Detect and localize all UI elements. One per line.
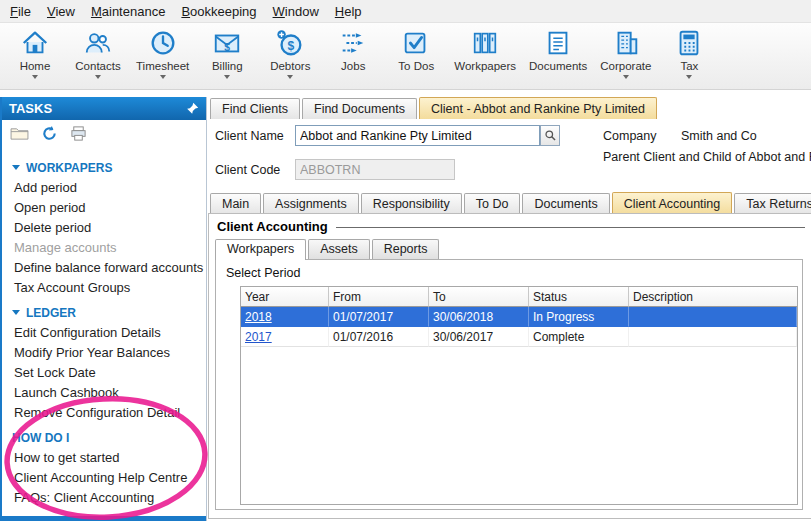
subtab-workpapers[interactable]: Workpapers [215,239,306,260]
svg-text:$: $ [224,42,230,53]
task-edit-configuration-details[interactable]: Edit Configuration Details [12,322,206,342]
refresh-icon[interactable] [41,125,58,142]
task-faqs-client-accounting[interactable]: FAQs: Client Accounting [12,487,206,507]
jobs-plan-icon [337,27,369,59]
toolbar-button-documents[interactable]: Documents [529,26,587,89]
menu-help[interactable]: Help [327,1,370,22]
table-row-2017[interactable]: 2017 01/07/2016 30/06/2017 Complete [241,327,797,347]
tab-client-abbot-and-rankine[interactable]: Client - Abbot and Rankine Pty Limited [419,97,657,119]
task-manage-accounts: Manage accounts [12,237,206,257]
cell-status: Complete [529,327,629,347]
menu-window[interactable]: Window [265,1,327,22]
tab-client-accounting[interactable]: Client Accounting [612,192,733,214]
column-header-year[interactable]: Year [241,287,329,307]
task-remove-configuration-detail[interactable]: Remove Configuration Detail [12,402,206,422]
debtors-dollar-icon: $ [274,27,306,59]
task-modify-prior-year-balances[interactable]: Modify Prior Year Balances [12,342,206,362]
client-name-label: Client Name [215,129,284,143]
tab-documents[interactable]: Documents [522,193,609,214]
tab-responsibility[interactable]: Responsibility [361,193,462,214]
menu-file[interactable]: File [2,1,39,22]
task-tax-account-groups[interactable]: Tax Account Groups [12,277,206,297]
client-code-input [295,159,455,180]
client-detail-tabstrip: Main Assignments Responsibility To Do Do… [210,192,811,214]
task-how-to-get-started[interactable]: How to get started [12,447,206,467]
toolbar-button-debtors[interactable]: $ Debtors [265,26,315,89]
sidebar-toolbar [2,120,206,146]
tab-main[interactable]: Main [210,193,261,214]
task-set-lock-date[interactable]: Set Lock Date [12,362,206,382]
document-icon [542,27,574,59]
toolbar-button-jobs[interactable]: Jobs [328,26,378,89]
folder-icon[interactable] [10,126,29,141]
contacts-icon [82,27,114,59]
column-header-status[interactable]: Status [529,287,629,307]
year-link[interactable]: 2017 [245,330,272,344]
chevron-down-icon [686,75,692,79]
toolbar-button-billing[interactable]: $ Billing [202,26,252,89]
toolbar-label: Corporate [600,60,651,72]
section-header-ledger[interactable]: LEDGER [12,303,206,322]
task-launch-cashbook[interactable]: Launch Cashbook [12,382,206,402]
column-header-from[interactable]: From [329,287,429,307]
toolbar-button-tax[interactable]: Tax [664,26,714,89]
toolbar-label: Workpapers [454,60,516,72]
tab-tax-returns[interactable]: Tax Returns [734,193,811,214]
menu-view[interactable]: View [39,1,83,22]
column-header-description[interactable]: Description [629,287,797,307]
chevron-down-icon [160,75,166,79]
column-header-to[interactable]: To [429,287,529,307]
tab-to-do[interactable]: To Do [464,193,521,214]
client-name-input[interactable] [295,125,540,146]
chevron-down-icon [224,75,230,79]
chevron-down-icon [32,75,38,79]
menu-maintenance[interactable]: Maintenance [83,1,173,22]
client-search-button[interactable] [540,125,560,146]
toolbar-button-timesheet[interactable]: Timesheet [136,26,189,89]
subtab-assets[interactable]: Assets [308,239,370,259]
pin-icon[interactable] [186,102,199,115]
workpapers-page: Select Period Year From To Status Descri… [215,259,803,510]
year-link[interactable]: 2018 [245,310,272,324]
toolbar-button-corporate[interactable]: Corporate [600,26,651,89]
toolbar-button-workpapers[interactable]: Workpapers [454,26,516,89]
tasks-nav: WORKPAPERS Add period Open period Delete… [2,146,206,507]
client-relationship-text: Parent Client and Child of Abbot and Ran… [603,150,811,164]
tab-find-clients[interactable]: Find Clients [210,98,300,119]
company-value: Smith and Co [681,129,757,143]
clock-icon [147,27,179,59]
client-tabstrip: Find Clients Find Documents Client - Abb… [210,97,811,119]
menu-bookkeeping[interactable]: Bookkeeping [173,1,264,22]
task-client-accounting-help-centre[interactable]: Client Accounting Help Centre [12,467,206,487]
toolbar-button-contacts[interactable]: Contacts [73,26,123,89]
task-add-period[interactable]: Add period [12,177,206,197]
task-define-balance-forward-accounts[interactable]: Define balance forward accounts [12,257,206,277]
tasks-pane-header: TASKS [2,97,206,120]
billing-envelope-icon: $ [211,27,243,59]
toolbar-button-home[interactable]: Home [10,26,60,89]
chevron-down-icon [623,75,629,79]
toolbar-button-todos[interactable]: To Dos [391,26,441,89]
subtab-reports[interactable]: Reports [372,239,440,259]
printer-icon[interactable] [70,125,87,142]
toolbar-label: Home [20,60,51,72]
building-icon [610,27,642,59]
toolbar-label: Debtors [270,60,310,72]
tab-find-documents[interactable]: Find Documents [302,98,417,119]
task-delete-period[interactable]: Delete period [12,217,206,237]
menu-bar: File View Maintenance Bookkeeping Window… [0,0,811,23]
app-window: File View Maintenance Bookkeeping Window… [0,0,811,521]
task-open-period[interactable]: Open period [12,197,206,217]
tab-assignments[interactable]: Assignments [263,193,359,214]
toolbar-label: Timesheet [136,60,189,72]
table-header: Year From To Status Description [241,287,797,307]
client-header-panel: Client Name Company Smith and Co Parent … [207,119,811,192]
section-header-how-do-i[interactable]: HOW DO I [12,428,206,447]
cell-description [629,307,797,327]
client-accounting-panel: Client Accounting Workpapers Assets Repo… [208,213,811,519]
section-header-workpapers[interactable]: WORKPAPERS [12,158,206,177]
table-row-2018[interactable]: 2018 01/07/2017 30/06/2018 In Progress [241,307,797,327]
cell-to: 30/06/2018 [429,307,529,327]
client-code-label: Client Code [215,163,280,177]
collapse-icon [12,310,20,315]
